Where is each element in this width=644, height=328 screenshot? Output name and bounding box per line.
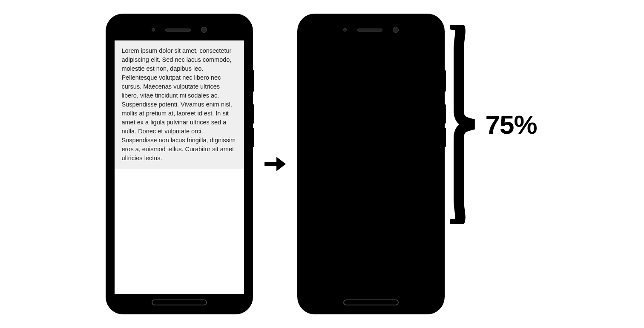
- phone-side-button: [253, 70, 254, 92]
- phone-top-bezel: [111, 19, 247, 40]
- brace-icon: [450, 25, 476, 224]
- phone-top-bezel: [303, 19, 439, 40]
- phone-side-button: [444, 104, 446, 124]
- arrow-right-icon: [264, 155, 286, 173]
- sensor-icon: [343, 28, 347, 32]
- camera-icon: [201, 27, 207, 33]
- phone-after: Lorem ipsum dolor sit amet, consectetur …: [299, 15, 443, 313]
- phone-before: Lorem ipsum dolor sit amet, consectetur …: [107, 15, 252, 313]
- sensor-icon: [152, 28, 155, 32]
- phone-side-button: [253, 128, 254, 147]
- sample-text-block: Lorem ipsum dolor sit amet, consectetur …: [115, 40, 244, 169]
- phone-screen: Lorem ipsum dolor sit amet, consectetur …: [115, 40, 244, 294]
- phone-side-button: [253, 104, 254, 124]
- phone-home-indicator: [152, 299, 207, 305]
- phone-body: Lorem ipsum dolor sit amet, consectetur …: [303, 19, 439, 309]
- phone-home-indicator: [343, 299, 399, 305]
- speaker-icon: [165, 29, 191, 32]
- phone-side-button: [444, 128, 446, 147]
- camera-icon: [393, 27, 399, 33]
- phone-body: Lorem ipsum dolor sit amet, consectetur …: [111, 19, 247, 309]
- percent-label: 75%: [485, 109, 537, 140]
- speaker-icon: [357, 29, 382, 32]
- diagram-container: Lorem ipsum dolor sit amet, consectetur …: [0, 0, 644, 328]
- phone-side-button: [444, 70, 446, 92]
- brace-annotation: 75%: [450, 25, 537, 224]
